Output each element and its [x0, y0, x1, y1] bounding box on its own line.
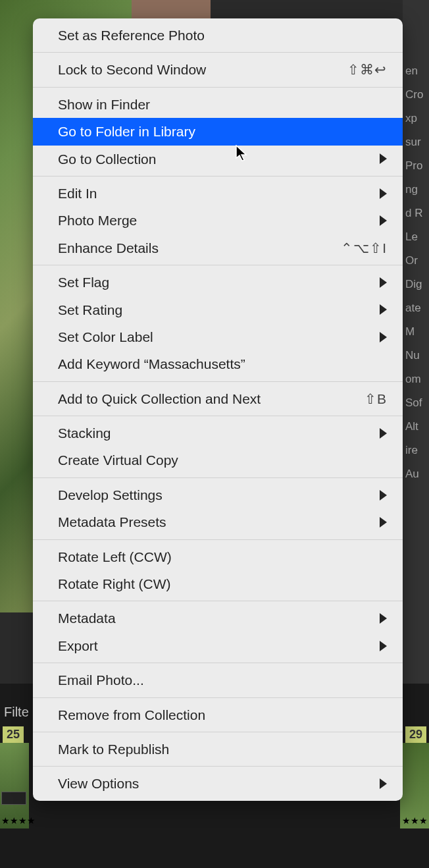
menu-group: Lock to Second Window⇧⌘↩: [33, 53, 403, 87]
menu-item-stacking[interactable]: Stacking: [33, 420, 403, 447]
thumb-number-right: 29: [405, 726, 426, 743]
menu-item-label: Rotate Right (CW): [58, 574, 387, 593]
menu-group: Remove from Collection: [33, 698, 403, 732]
context-menu: Set as Reference PhotoLock to Second Win…: [33, 18, 403, 801]
panel-label-fragment: Pro: [403, 154, 429, 178]
menu-group: View Options: [33, 767, 403, 800]
menu-item-set-as-reference-photo[interactable]: Set as Reference Photo: [33, 22, 403, 49]
menu-item-label: View Options: [58, 774, 374, 793]
panel-label-fragment: Cro: [403, 83, 429, 107]
menu-group: Set as Reference Photo: [33, 18, 403, 53]
menu-item-label: Edit In: [58, 184, 374, 203]
submenu-arrow-icon: [380, 613, 387, 624]
panel-label-fragment: Nu: [403, 344, 429, 367]
menu-item-label: Set Color Label: [58, 327, 374, 346]
menu-item-label: Export: [58, 636, 374, 655]
menu-group: MetadataExport: [33, 601, 403, 663]
submenu-arrow-icon: [380, 517, 387, 528]
submenu-arrow-icon: [380, 490, 387, 501]
panel-label-fragment: en: [403, 59, 429, 83]
menu-item-label: Enhance Details: [58, 238, 341, 258]
panel-label-fragment: xp: [403, 107, 429, 130]
menu-item-label: Lock to Second Window: [58, 60, 347, 79]
menu-shortcut: ⌃⌥⇧I: [341, 238, 387, 258]
menu-item-label: Photo Merge: [58, 211, 374, 230]
rating-stars-right: ★★★: [402, 815, 428, 826]
menu-item-remove-from-collection[interactable]: Remove from Collection: [33, 701, 403, 728]
menu-item-set-flag[interactable]: Set Flag: [33, 269, 403, 296]
submenu-arrow-icon: [380, 641, 387, 651]
panel-label-fragment: ire: [403, 439, 429, 462]
menu-item-rotate-left-ccw[interactable]: Rotate Left (CCW): [33, 543, 403, 570]
menu-group: Mark to Republish: [33, 732, 403, 767]
menu-item-set-rating[interactable]: Set Rating: [33, 296, 403, 323]
submenu-arrow-icon: [380, 304, 387, 315]
menu-item-label: Rotate Left (CCW): [58, 547, 387, 566]
panel-label-fragment: M: [403, 320, 429, 344]
panel-label-fragment: Or: [403, 249, 429, 273]
menu-group: Email Photo...: [33, 663, 403, 697]
menu-group: Add to Quick Collection and Next⇧B: [33, 382, 403, 416]
menu-item-label: Set Rating: [58, 300, 374, 319]
menu-item-label: Set Flag: [58, 273, 374, 292]
submenu-arrow-icon: [380, 428, 387, 439]
menu-item-label: Add Keyword “Massachusetts”: [58, 354, 387, 373]
menu-item-label: Stacking: [58, 423, 374, 443]
menu-item-label: Create Virtual Copy: [58, 450, 387, 470]
menu-item-label: Add to Quick Collection and Next: [58, 389, 365, 408]
panel-label-fragment: Dig: [403, 273, 429, 296]
submenu-arrow-icon: [380, 778, 387, 789]
menu-item-develop-settings[interactable]: Develop Settings: [33, 481, 403, 508]
menu-item-go-to-folder-in-library[interactable]: Go to Folder in Library: [33, 118, 403, 145]
menu-item-edit-in[interactable]: Edit In: [33, 180, 403, 207]
menu-item-metadata[interactable]: Metadata: [33, 605, 403, 632]
submenu-arrow-icon: [380, 215, 387, 226]
panel-label-fragment: Sof: [403, 391, 429, 415]
panel-label-fragment: d R: [403, 202, 429, 225]
menu-item-rotate-right-cw[interactable]: Rotate Right (CW): [33, 570, 403, 597]
menu-group: Edit InPhoto MergeEnhance Details⌃⌥⇧I: [33, 176, 403, 265]
menu-item-label: Metadata: [58, 609, 374, 628]
menu-item-add-to-quick-collection-and-next[interactable]: Add to Quick Collection and Next⇧B: [33, 385, 403, 412]
menu-shortcut: ⇧B: [365, 389, 387, 408]
menu-item-label: Email Photo...: [58, 670, 387, 690]
panel-label-fragment: Au: [403, 462, 429, 486]
menu-item-label: Show in Finder: [58, 95, 387, 114]
menu-item-go-to-collection[interactable]: Go to Collection: [33, 146, 403, 173]
menu-group: StackingCreate Virtual Copy: [33, 416, 403, 478]
menu-item-label: Remove from Collection: [58, 705, 387, 724]
menu-item-add-keyword-massachusetts[interactable]: Add Keyword “Massachusetts”: [33, 350, 403, 377]
menu-shortcut: ⇧⌘↩: [347, 60, 387, 79]
menu-group: Rotate Left (CCW)Rotate Right (CW): [33, 540, 403, 602]
panel-label-fragment: ng: [403, 178, 429, 202]
menu-group: Show in FinderGo to Folder in LibraryGo …: [33, 88, 403, 176]
menu-item-create-virtual-copy[interactable]: Create Virtual Copy: [33, 447, 403, 474]
menu-item-label: Develop Settings: [58, 485, 374, 504]
submenu-arrow-icon: [380, 277, 387, 288]
panel-label-fragment: sur: [403, 130, 429, 154]
panel-label-fragment: ate: [403, 296, 429, 320]
menu-item-photo-merge[interactable]: Photo Merge: [33, 207, 403, 234]
menu-item-label: Metadata Presets: [58, 512, 374, 531]
rating-stars-left: ★★★★: [1, 815, 36, 826]
menu-item-set-color-label[interactable]: Set Color Label: [33, 323, 403, 350]
submenu-arrow-icon: [380, 153, 387, 164]
menu-item-view-options[interactable]: View Options: [33, 770, 403, 797]
menu-item-metadata-presets[interactable]: Metadata Presets: [33, 508, 403, 535]
menu-group: Set FlagSet RatingSet Color LabelAdd Key…: [33, 265, 403, 382]
menu-item-label: Go to Folder in Library: [58, 122, 387, 141]
menu-item-enhance-details[interactable]: Enhance Details⌃⌥⇧I: [33, 234, 403, 261]
menu-group: Develop SettingsMetadata Presets: [33, 478, 403, 540]
panel-label-fragment: om: [403, 367, 429, 391]
menu-item-show-in-finder[interactable]: Show in Finder: [33, 91, 403, 118]
panel-label-fragment: Le: [403, 225, 429, 249]
menu-item-label: Go to Collection: [58, 149, 374, 169]
menu-item-mark-to-republish[interactable]: Mark to Republish: [33, 736, 403, 763]
thumb-number-left: 25: [3, 726, 24, 743]
submenu-arrow-icon: [380, 332, 387, 342]
menu-item-lock-to-second-window[interactable]: Lock to Second Window⇧⌘↩: [33, 56, 403, 83]
filter-label: Filte: [4, 705, 29, 720]
menu-item-label: Set as Reference Photo: [58, 26, 387, 45]
menu-item-email-photo[interactable]: Email Photo...: [33, 666, 403, 693]
menu-item-export[interactable]: Export: [33, 632, 403, 659]
